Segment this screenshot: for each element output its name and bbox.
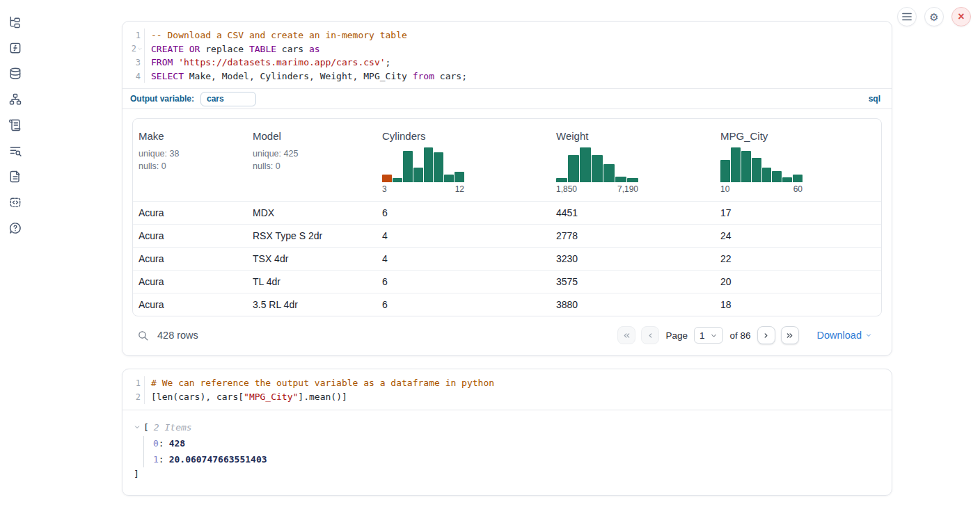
table-cell: 18 <box>715 299 881 310</box>
histogram-axis-labels: 1,8507,190 <box>556 184 638 194</box>
table-cell: TL 4dr <box>247 276 377 287</box>
next-page-button[interactable] <box>757 326 775 344</box>
line-number-gutter: 12 <box>122 376 145 403</box>
column-header[interactable]: Weight1,8507,190 <box>551 123 715 197</box>
chevrons-left-icon <box>622 331 631 340</box>
column-name: Make <box>139 130 242 142</box>
table-cell: 3880 <box>551 299 715 310</box>
page-select[interactable]: 1 <box>694 327 724 344</box>
table-cell: 3230 <box>551 253 715 264</box>
gear-icon: ⚙ <box>929 12 938 22</box>
histogram-bar <box>556 178 567 182</box>
tree-items: 0:4281:20.060747663551403 <box>143 436 880 467</box>
table-cell: 6 <box>377 276 551 287</box>
settings-button[interactable]: ⚙ <box>924 7 944 26</box>
sql-code-editor[interactable]: 1234-- Download a CSV and create an in-m… <box>122 22 892 88</box>
sql-cell: 1234-- Download a CSV and create an in-m… <box>122 21 892 356</box>
table-cell: Acura <box>133 253 247 264</box>
snippets-icon[interactable] <box>8 195 23 210</box>
language-badge: sql <box>869 94 880 104</box>
histogram-bar <box>413 168 423 183</box>
table-row[interactable]: Acura3.5 RL 4dr6388018 <box>133 293 881 316</box>
histogram-bar <box>382 175 392 182</box>
python-code-editor[interactable]: 12# We can reference the output variable… <box>122 369 892 409</box>
help-bubble-icon[interactable] <box>8 220 23 236</box>
histogram-bar <box>782 177 792 182</box>
database-icon[interactable] <box>8 66 23 81</box>
column-header[interactable]: Cylinders312 <box>377 123 551 197</box>
code-line: SELECT Make, Model, Cylinders, Weight, M… <box>151 70 467 83</box>
line-number: 2 <box>122 42 141 56</box>
line-number: 1 <box>122 29 141 42</box>
table-cell: 22 <box>715 253 881 264</box>
line-number: 4 <box>122 70 141 83</box>
table-row[interactable]: AcuraMDX6445117 <box>133 201 881 224</box>
column-header[interactable]: Makeunique: 38nulls: 0 <box>133 123 247 197</box>
histogram-bar <box>444 175 454 182</box>
first-page-button[interactable] <box>617 326 635 344</box>
fold-chevron-icon[interactable] <box>137 44 143 54</box>
tree-item-key: 1 <box>153 454 159 465</box>
table-cell: 2778 <box>551 230 715 241</box>
column-header[interactable]: Modelunique: 425nulls: 0 <box>247 123 377 197</box>
chevron-right-icon <box>761 331 770 340</box>
histogram-bar <box>393 178 402 182</box>
table-row[interactable]: AcuraTL 4dr6357520 <box>133 270 881 293</box>
table-body: AcuraMDX6445117AcuraRSX Type S 2dr427782… <box>133 201 881 316</box>
histogram-bar <box>615 177 626 183</box>
shutdown-button[interactable]: × <box>951 7 971 26</box>
download-button[interactable]: Download <box>817 330 873 341</box>
code-line: -- Download a CSV and create an in-memor… <box>151 29 467 42</box>
histogram-bar <box>627 178 638 183</box>
last-page-button[interactable] <box>781 326 799 344</box>
column-stats: unique: 38nulls: 0 <box>139 148 242 172</box>
tree-item-value: 20.060747663551403 <box>169 454 267 465</box>
code-line: # We can reference the output variable a… <box>151 376 494 390</box>
table-cell: Acura <box>133 276 247 287</box>
table-row[interactable]: AcuraTSX 4dr4323022 <box>133 247 881 270</box>
line-number: 2 <box>122 390 141 404</box>
table-cell: 4451 <box>551 207 715 218</box>
table-cell: Acura <box>133 230 247 241</box>
column-histogram: 312 <box>382 146 464 194</box>
file-tree-icon[interactable] <box>8 15 23 30</box>
scroll-logs-icon[interactable] <box>8 118 23 133</box>
column-name: Weight <box>556 130 709 142</box>
table-cell: Acura <box>133 207 247 218</box>
table-cell: 24 <box>715 230 881 241</box>
table-cell: Acura <box>133 299 247 310</box>
chevrons-right-icon <box>785 331 794 340</box>
function-square-icon[interactable] <box>8 40 23 56</box>
sql-output-area: Makeunique: 38nulls: 0Modelunique: 425nu… <box>122 109 892 355</box>
hamburger-menu-icon <box>902 13 912 21</box>
file-text-icon[interactable] <box>8 169 23 184</box>
code-line: FROM 'https://datasets.marimo.app/cars.c… <box>151 56 467 70</box>
table-cell: 4 <box>377 253 551 264</box>
table-row[interactable]: AcuraRSX Type S 2dr4277824 <box>133 224 881 247</box>
column-stats: unique: 425nulls: 0 <box>253 148 371 172</box>
code-area[interactable]: # We can reference the output variable a… <box>145 376 494 403</box>
column-histogram: 1060 <box>720 146 803 194</box>
chevron-down-icon <box>710 332 718 339</box>
chevron-down-icon <box>865 332 872 339</box>
notebook-main: 1234-- Download a CSV and create an in-m… <box>122 21 892 496</box>
table-footer: 428 rows Page 1 of 86 <box>132 316 882 355</box>
page-select-value: 1 <box>700 330 705 341</box>
tree-item: 1:20.060747663551403 <box>153 451 880 467</box>
table-cell: 20 <box>715 276 881 287</box>
left-sidebar <box>0 0 31 507</box>
histogram-bar <box>424 147 434 182</box>
tree-close-bracket: ] <box>134 467 880 481</box>
previous-page-button[interactable] <box>641 326 659 344</box>
output-variable-input[interactable] <box>200 92 256 106</box>
collapse-chevron-icon[interactable] <box>134 424 141 430</box>
search-button[interactable] <box>135 328 150 343</box>
code-area[interactable]: -- Download a CSV and create an in-memor… <box>145 29 467 83</box>
text-search-icon[interactable] <box>8 143 23 159</box>
dependency-graph-icon[interactable] <box>8 92 23 107</box>
column-header[interactable]: MPG_City1060 <box>715 123 881 197</box>
histogram-bar <box>772 171 782 183</box>
close-x-icon: × <box>958 11 964 22</box>
table-cell: MDX <box>247 207 377 218</box>
hamburger-menu-button[interactable] <box>897 7 917 26</box>
